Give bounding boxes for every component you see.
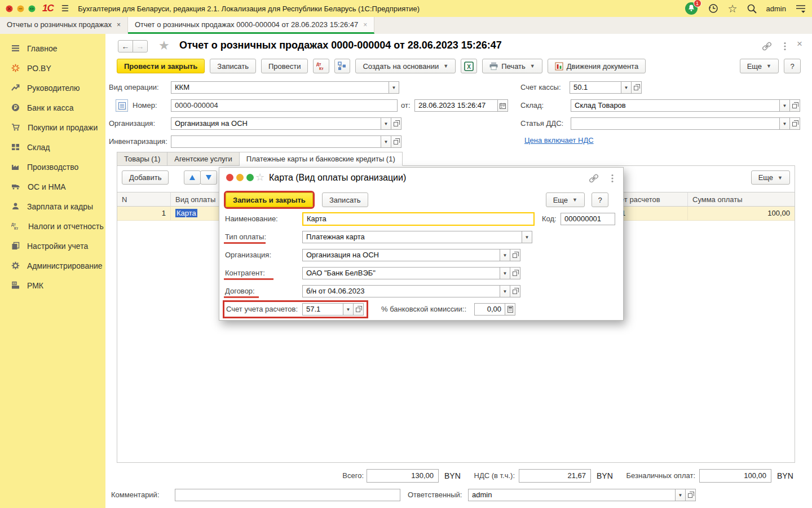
number-value[interactable]: 0000-000004 — [171, 99, 398, 112]
organization-field[interactable]: Организация на ОСН ▼ — [171, 117, 401, 130]
dialog-save-close-button[interactable]: Записать и закрыть — [226, 192, 313, 207]
tab-close-icon[interactable]: × — [363, 21, 367, 29]
contract-field[interactable]: б/н от 04.06.2023 ▼ — [302, 285, 520, 297]
payment-type-field[interactable]: Платежная карта ▼ — [302, 231, 532, 243]
column-header-amount[interactable]: Сумма оплаты — [688, 192, 795, 207]
tab-close-icon[interactable]: × — [117, 21, 121, 29]
dropdown-button[interactable]: ▼ — [500, 267, 510, 279]
sidebar-item-accounting-settings[interactable]: Настройки учета — [0, 236, 105, 256]
tab-payment-cards[interactable]: Платежные карты и банковские кредиты (1) — [240, 152, 403, 166]
comment-field[interactable] — [175, 489, 400, 501]
more-dots-icon[interactable] — [783, 42, 787, 51]
sidebar-item-administration[interactable]: Администрирование — [0, 256, 105, 275]
dialog-get-link-icon[interactable] — [589, 174, 599, 183]
dialog-close-icon[interactable] — [226, 174, 233, 181]
create-based-on-button[interactable]: Создать на основании▼ — [355, 59, 456, 73]
settlement-account-value[interactable]: 57.1 — [302, 303, 343, 316]
dialog-maximize-icon[interactable] — [246, 174, 254, 181]
window-maximize-icon[interactable] — [28, 5, 36, 12]
number-settings-button[interactable] — [116, 99, 128, 112]
date-field[interactable]: 28.06.2023 15:26:47 — [414, 99, 508, 112]
post-button[interactable]: Провести — [261, 59, 308, 73]
open-button[interactable] — [632, 81, 642, 94]
cell-amount[interactable]: 100,00 — [688, 207, 795, 221]
code-value[interactable]: 000000001 — [561, 213, 615, 225]
dialog-more-button[interactable]: Еще▼ — [546, 192, 585, 207]
add-row-button[interactable]: Добавить — [122, 170, 169, 185]
dropdown-button[interactable]: ▼ — [500, 285, 510, 297]
sidebar-item-production[interactable]: Производство — [0, 157, 105, 177]
dropdown-button[interactable]: ▼ — [381, 135, 391, 148]
responsible-value[interactable]: admin — [468, 489, 676, 501]
workspace-tab-list[interactable]: Отчеты о розничных продажах × — [0, 17, 128, 34]
save-button[interactable]: Записать — [210, 59, 256, 73]
bank-commission-field[interactable]: 0,00 — [474, 303, 515, 316]
sidebar-item-main[interactable]: Главное — [0, 38, 105, 58]
vat-included-link[interactable]: Цена включает НДС — [524, 136, 594, 144]
cashless-value[interactable]: 100,00 — [699, 469, 771, 483]
cell-n[interactable]: 1 — [117, 207, 171, 221]
grid-more-button[interactable]: Еще▼ — [751, 170, 790, 185]
vat-total-value[interactable]: 21,67 — [519, 469, 591, 483]
counterparty-field[interactable]: ОАО "Банк БелВЭБ" ▼ — [302, 267, 520, 279]
dialog-minimize-icon[interactable] — [236, 174, 244, 181]
calculator-button[interactable] — [505, 303, 515, 316]
contract-value[interactable]: б/н от 04.06.2023 — [302, 285, 500, 297]
document-movements-button[interactable]: Движения документа — [548, 59, 646, 73]
close-document-icon[interactable]: × — [797, 38, 802, 50]
dropdown-button[interactable]: ▼ — [780, 117, 790, 130]
forward-button[interactable]: → — [133, 40, 148, 52]
dropdown-button[interactable]: ▼ — [676, 489, 686, 501]
cash-account-value[interactable]: 50.1 — [570, 81, 621, 94]
operation-type-field[interactable]: ККМ ▼ — [171, 81, 399, 94]
favorite-star-icon[interactable]: ★ — [158, 38, 170, 53]
dropdown-button[interactable]: ▼ — [621, 81, 632, 94]
more-button[interactable]: Еще▼ — [740, 59, 779, 73]
sidebar-item-manager[interactable]: Руководителю — [0, 78, 105, 98]
dropdown-button[interactable]: ▼ — [343, 303, 354, 316]
tab-goods[interactable]: Товары (1) — [117, 152, 167, 166]
name-field[interactable]: Карта — [302, 212, 535, 225]
dropdown-button[interactable]: ▼ — [500, 249, 510, 261]
cash-account-field[interactable]: 50.1 ▼ — [570, 81, 642, 94]
dialog-help-button[interactable]: ? — [592, 192, 608, 207]
sidebar-item-poby[interactable]: PO.BY — [0, 58, 105, 78]
date-value[interactable]: 28.06.2023 15:26:47 — [414, 99, 498, 112]
dialog-favorite-star-icon[interactable]: ☆ — [255, 171, 264, 183]
column-header-n[interactable]: N — [117, 192, 171, 207]
inventory-value[interactable] — [171, 135, 381, 148]
open-button[interactable] — [790, 117, 800, 130]
current-user[interactable]: admin — [766, 5, 786, 13]
sidebar-item-warehouse[interactable]: Склад — [0, 137, 105, 157]
dialog-organization-field[interactable]: Организация на ОСН ▼ — [302, 249, 520, 261]
name-value[interactable]: Карта — [302, 212, 535, 226]
back-button[interactable]: ← — [118, 40, 133, 52]
total-value[interactable]: 130,00 — [367, 469, 439, 483]
code-field[interactable]: 000000001 — [561, 213, 615, 225]
help-button[interactable]: ? — [784, 59, 801, 73]
open-button[interactable] — [354, 303, 364, 316]
sidebar-item-salary-hr[interactable]: Зарплата и кадры — [0, 196, 105, 216]
post-and-close-button[interactable]: Провести и закрыть — [117, 59, 205, 73]
settlement-account-field[interactable]: 57.1 ▼ — [302, 303, 364, 316]
organization-value[interactable]: Организация на ОСН — [171, 117, 381, 130]
calendar-button[interactable] — [498, 99, 508, 112]
open-button[interactable] — [391, 135, 401, 148]
counterparty-value[interactable]: ОАО "Банк БелВЭБ" — [302, 267, 500, 279]
dropdown-button[interactable]: ▼ — [381, 117, 391, 130]
dds-item-field[interactable]: ▼ — [571, 117, 800, 130]
sidebar-item-fixed-assets[interactable]: ОС и НМА — [0, 177, 105, 196]
window-close-icon[interactable] — [6, 5, 13, 12]
payment-type-value[interactable]: Платежная карта — [302, 231, 522, 243]
comment-value[interactable] — [175, 489, 400, 501]
workspace-tab-document[interactable]: Отчет о розничных продажах 0000-000004 о… — [128, 17, 374, 34]
dialog-save-button[interactable]: Записать — [322, 192, 368, 207]
search-icon[interactable] — [747, 3, 757, 14]
dropdown-button[interactable]: ▼ — [780, 99, 790, 112]
export-excel-button[interactable]: X — [461, 59, 477, 73]
operation-type-value[interactable]: ККМ — [171, 81, 389, 94]
open-button[interactable] — [510, 285, 520, 297]
open-button[interactable] — [686, 489, 696, 501]
sidebar-item-purchases-sales[interactable]: Покупки и продажи — [0, 117, 105, 137]
show-postings-button[interactable]: ДтКт — [313, 59, 329, 73]
